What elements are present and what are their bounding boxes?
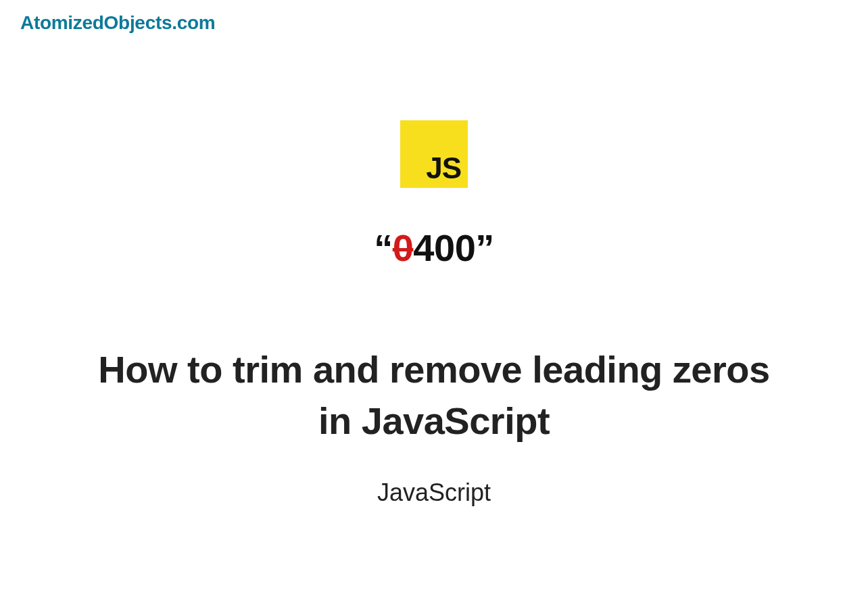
site-link[interactable]: AtomizedObjects.com <box>20 12 215 34</box>
code-example: “0400” <box>374 226 494 270</box>
js-logo-text: JS <box>426 151 461 185</box>
content-area: JS “0400” How to trim and remove leading… <box>0 0 868 507</box>
struck-leading-zero: 0 <box>393 226 414 270</box>
quote-open: “ <box>374 226 393 270</box>
quote-close: ” <box>475 226 494 270</box>
remaining-number: 400 <box>413 226 475 270</box>
page-title: How to trim and remove leading zeros in … <box>96 344 772 446</box>
js-logo-icon: JS <box>400 120 468 188</box>
category-label: JavaScript <box>377 479 491 507</box>
